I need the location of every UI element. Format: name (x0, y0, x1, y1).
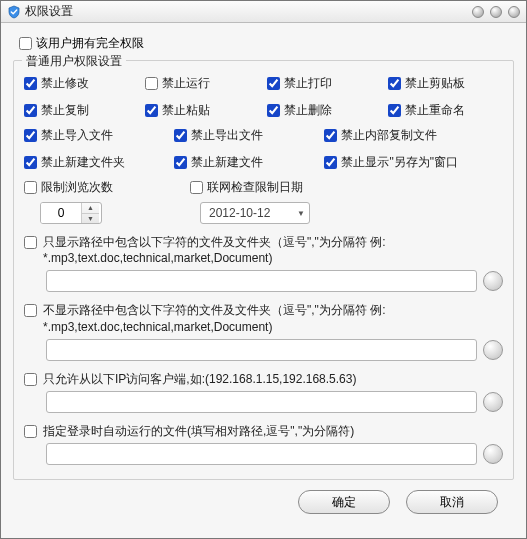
btn-filter-show-more[interactable] (483, 271, 503, 291)
input-autorun[interactable] (46, 443, 477, 465)
cb-run[interactable] (145, 77, 158, 90)
cb-paste[interactable] (145, 104, 158, 117)
perm-grid-row1-2: 禁止修改 禁止运行 禁止打印 禁止剪贴板 禁止复制 禁止粘贴 禁止删除 禁止重命… (24, 75, 503, 119)
filter-hide-block: 不显示路径中包含以下字符的文件及文件夹（逗号","为分隔符 例: *.mp3,t… (24, 302, 503, 360)
cb-intcopy[interactable] (324, 129, 337, 142)
perm-grid-row3-4: 禁止导入文件 禁止导出文件 禁止内部复制文件 禁止新建文件夹 禁止新建文件 禁止… (24, 127, 503, 171)
cb-saveas[interactable] (324, 156, 337, 169)
lbl-newdir: 禁止新建文件夹 (41, 154, 125, 171)
cancel-button[interactable]: 取消 (406, 490, 498, 514)
ok-button[interactable]: 确定 (298, 490, 390, 514)
titlebar: 权限设置 (1, 1, 526, 23)
lbl-exportf: 禁止导出文件 (191, 127, 263, 144)
lbl-saveas: 禁止显示"另存为"窗口 (341, 154, 458, 171)
window-control-dot[interactable] (490, 6, 502, 18)
limit-row: 限制浏览次数 联网检查限制日期 ▲ ▼ 2012-10-12 ▼ (24, 179, 503, 224)
limitview-input[interactable] (41, 203, 81, 223)
cb-netcheck[interactable] (190, 181, 203, 194)
cb-delete[interactable] (267, 104, 280, 117)
cb-importf[interactable] (24, 129, 37, 142)
window-control-dot[interactable] (508, 6, 520, 18)
cb-limitview[interactable] (24, 181, 37, 194)
cb-filter-hide[interactable] (24, 304, 37, 317)
lbl-copy: 禁止复制 (41, 102, 89, 119)
input-filter-hide[interactable] (46, 339, 477, 361)
lbl-filter-hide: 不显示路径中包含以下字符的文件及文件夹（逗号","为分隔符 例: *.mp3,t… (43, 302, 503, 334)
filter-show-block: 只显示路径中包含以下字符的文件及文件夹（逗号","为分隔符 例: *.mp3,t… (24, 234, 503, 292)
spinner-down-icon[interactable]: ▼ (82, 214, 99, 224)
input-filter-show[interactable] (46, 270, 477, 292)
ip-allow-block: 只允许从以下IP访问客户端,如:(192.168.1.15,192.168.5.… (24, 371, 503, 413)
dialog-window: 权限设置 该用户拥有完全权限 普通用户权限设置 禁止修改 禁止运行 禁止打印 禁… (0, 0, 527, 539)
netcheck-date-picker[interactable]: 2012-10-12 ▼ (200, 202, 310, 224)
autorun-block: 指定登录时自动运行的文件(填写相对路径,逗号","为分隔符) (24, 423, 503, 465)
cb-modify[interactable] (24, 77, 37, 90)
lbl-filter-show: 只显示路径中包含以下字符的文件及文件夹（逗号","为分隔符 例: *.mp3,t… (43, 234, 503, 266)
cb-clip[interactable] (388, 77, 401, 90)
cb-newdir[interactable] (24, 156, 37, 169)
lbl-print: 禁止打印 (284, 75, 332, 92)
limitview-spin-wrap: ▲ ▼ (24, 202, 184, 224)
spinner-arrows: ▲ ▼ (81, 203, 99, 223)
limitview-spinner[interactable]: ▲ ▼ (40, 202, 102, 224)
cb-copy[interactable] (24, 104, 37, 117)
fieldset-legend: 普通用户权限设置 (22, 53, 126, 70)
lbl-importf: 禁止导入文件 (41, 127, 113, 144)
lbl-intcopy: 禁止内部复制文件 (341, 127, 437, 144)
lbl-run: 禁止运行 (162, 75, 210, 92)
btn-autorun-more[interactable] (483, 444, 503, 464)
window-title: 权限设置 (25, 3, 73, 20)
window-controls (472, 6, 520, 18)
input-ip-allow[interactable] (46, 391, 477, 413)
chevron-down-icon[interactable]: ▼ (297, 209, 305, 218)
lbl-modify: 禁止修改 (41, 75, 89, 92)
lbl-ip-allow: 只允许从以下IP访问客户端,如:(192.168.1.15,192.168.5.… (43, 371, 356, 387)
cb-exportf[interactable] (174, 129, 187, 142)
cb-filter-show[interactable] (24, 236, 37, 249)
normal-perm-fieldset: 普通用户权限设置 禁止修改 禁止运行 禁止打印 禁止剪贴板 禁止复制 禁止粘贴 … (13, 60, 514, 480)
netcheck-date-value: 2012-10-12 (209, 206, 270, 220)
btn-ip-allow-more[interactable] (483, 392, 503, 412)
cb-autorun[interactable] (24, 425, 37, 438)
lbl-autorun: 指定登录时自动运行的文件(填写相对路径,逗号","为分隔符) (43, 423, 354, 439)
full-perm-label: 该用户拥有完全权限 (36, 35, 144, 52)
lbl-rename: 禁止重命名 (405, 102, 465, 119)
cb-ip-allow[interactable] (24, 373, 37, 386)
netcheck-date-wrap: 2012-10-12 ▼ (190, 202, 503, 224)
cb-print[interactable] (267, 77, 280, 90)
spinner-up-icon[interactable]: ▲ (82, 203, 99, 214)
dialog-footer: 确定 取消 (13, 480, 514, 526)
lbl-delete: 禁止删除 (284, 102, 332, 119)
window-control-dot[interactable] (472, 6, 484, 18)
btn-filter-hide-more[interactable] (483, 340, 503, 360)
lbl-newfile: 禁止新建文件 (191, 154, 263, 171)
lbl-limitview: 限制浏览次数 (41, 179, 113, 196)
full-perm-row: 该用户拥有完全权限 (19, 35, 514, 52)
cb-newfile[interactable] (174, 156, 187, 169)
full-perm-checkbox[interactable] (19, 37, 32, 50)
shield-check-icon (7, 5, 21, 19)
lbl-clip: 禁止剪贴板 (405, 75, 465, 92)
lbl-paste: 禁止粘贴 (162, 102, 210, 119)
lbl-netcheck: 联网检查限制日期 (207, 179, 303, 196)
cb-rename[interactable] (388, 104, 401, 117)
client-area: 该用户拥有完全权限 普通用户权限设置 禁止修改 禁止运行 禁止打印 禁止剪贴板 … (1, 23, 526, 538)
